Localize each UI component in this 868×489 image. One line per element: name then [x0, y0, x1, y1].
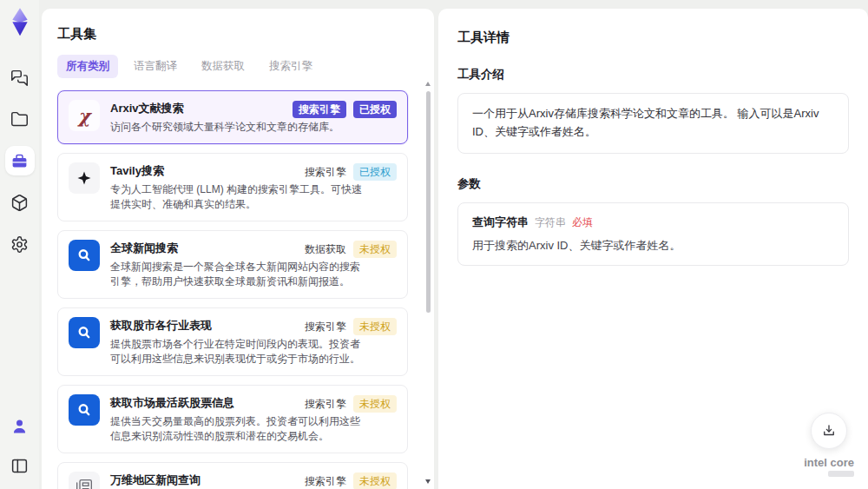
app-logo	[6, 7, 34, 36]
settings-icon[interactable]	[5, 229, 35, 259]
blue-search-icon	[69, 317, 100, 348]
tool-list-item[interactable]: χ Arxiv文献搜索 访问各个研究领域大量科学论文和文章的存储库。 搜索引擎 …	[57, 90, 408, 144]
details-title: 工具详情	[457, 30, 849, 46]
main-area: 工具集 所有类别 语言翻译 数据获取 搜索引擎 χ Arxiv文献搜索 访问各个…	[39, 0, 868, 489]
scroll-up-arrow[interactable]	[425, 82, 431, 86]
auth-status-badge: 未授权	[353, 395, 397, 413]
tool-description: 提供当天交易量最高的股票列表。投资者可以利用这些信息来识别流动性强的股票和潜在的…	[110, 414, 364, 444]
category-tab[interactable]: 语言翻译	[125, 55, 186, 78]
download-button[interactable]	[811, 413, 847, 449]
chat-icon[interactable]	[5, 63, 35, 92]
tavily-icon	[69, 162, 100, 194]
tools-list: χ Arxiv文献搜索 访问各个研究领域大量科学论文和文章的存储库。 搜索引擎 …	[57, 90, 418, 489]
intel-mark	[828, 471, 854, 477]
tool-list-item[interactable]: 获取市场最活跃股票信息 提供当天交易量最高的股票列表。投资者可以利用这些信息来识…	[57, 385, 408, 453]
category-badge: 搜索引擎	[305, 472, 346, 489]
corner-widgets: intel core	[804, 413, 854, 477]
intro-card: 一个用于从Arxiv存储库搜索科学论文和文章的工具。 输入可以是Arxiv ID…	[457, 93, 849, 154]
category-badge: 数据获取	[305, 241, 346, 258]
param-desc: 用于搜索的Arxiv ID、关键字或作者姓名。	[472, 238, 834, 254]
details-panel: 工具详情 工具介绍 一个用于从Arxiv存储库搜索科学论文和文章的工具。 输入可…	[438, 9, 868, 489]
newspaper-icon	[69, 472, 100, 489]
tool-description: 提供股票市场各个行业在特定时间段内的表现。投资者可以利用这些信息来识别表现优于或…	[110, 337, 364, 367]
download-icon	[821, 423, 837, 439]
panel-toggle-icon[interactable]	[5, 451, 35, 480]
list-scrollbar[interactable]	[425, 82, 431, 484]
category-tab[interactable]: 所有类别	[57, 55, 118, 78]
user-icon[interactable]	[5, 411, 35, 440]
category-badge: 搜索引擎	[305, 395, 346, 413]
auth-status-badge: 未授权	[353, 472, 397, 489]
scrollbar-thumb[interactable]	[426, 91, 431, 313]
tool-description: 专为人工智能代理 (LLM) 构建的搜索引擎工具。可快速提供实时、准确和真实的结…	[110, 182, 364, 212]
tool-description: 访问各个研究领域大量科学论文和文章的存储库。	[110, 120, 339, 135]
intel-core-text: intel core	[804, 456, 854, 469]
intro-text: 一个用于从Arxiv存储库搜索科学论文和文章的工具。 输入可以是Arxiv ID…	[472, 105, 834, 142]
param-type: 字符串	[535, 215, 566, 230]
category-tabs: 所有类别 语言翻译 数据获取 搜索引擎	[57, 55, 418, 78]
intel-core-logo: intel core	[804, 456, 854, 477]
folder-icon[interactable]	[5, 104, 35, 134]
arxiv-icon: χ	[69, 100, 100, 131]
auth-status-badge: 已授权	[353, 163, 397, 181]
tool-list-item[interactable]: 全球新闻搜索 全球新闻搜索是一个聚合全球各大新闻网站内容的搜索引擎，帮助用户快速…	[57, 230, 408, 299]
param-header: 查询字符串 字符串 必填	[472, 215, 834, 230]
app-rail	[0, 0, 39, 489]
tool-list-item[interactable]: 获取股市各行业表现 提供股票市场各个行业在特定时间段内的表现。投资者可以利用这些…	[57, 307, 408, 376]
scroll-down-arrow[interactable]	[425, 479, 431, 484]
package-icon[interactable]	[5, 188, 35, 217]
blue-search-icon	[69, 240, 100, 271]
rail-bottom	[5, 411, 35, 480]
category-tab[interactable]: 搜索引擎	[260, 55, 321, 78]
tool-list-item[interactable]: Tavily搜索 专为人工智能代理 (LLM) 构建的搜索引擎工具。可快速提供实…	[57, 153, 408, 221]
param-required-badge: 必填	[572, 215, 593, 230]
auth-status-badge: 未授权	[353, 241, 397, 258]
tools-panel: 工具集 所有类别 语言翻译 数据获取 搜索引擎 χ Arxiv文献搜索 访问各个…	[42, 9, 434, 489]
toolbox-icon[interactable]	[5, 146, 35, 175]
blue-search-icon	[69, 394, 100, 426]
tool-description: 全球新闻搜索是一个聚合全球各大新闻网站内容的搜索引擎，帮助用户快速获取全球最新资…	[110, 260, 364, 289]
category-badge: 搜索引擎	[293, 101, 346, 118]
category-badge: 搜索引擎	[305, 318, 346, 335]
param-card: 查询字符串 字符串 必填 用于搜索的Arxiv ID、关键字或作者姓名。	[457, 202, 849, 266]
rail-nav	[5, 63, 35, 259]
category-tab[interactable]: 数据获取	[193, 55, 253, 78]
params-heading: 参数	[457, 176, 849, 192]
auth-status-badge: 未授权	[353, 318, 397, 335]
page-title: 工具集	[57, 26, 418, 43]
tool-list-item[interactable]: 万维地区新闻查询 查询具体行政区划内的新闻，快速了解各地新闻动 搜索引擎 未授权	[57, 462, 408, 489]
category-badge: 搜索引擎	[305, 163, 346, 181]
param-name: 查询字符串	[472, 215, 529, 230]
intro-heading: 工具介绍	[457, 67, 849, 83]
auth-status-badge: 已授权	[353, 101, 397, 118]
